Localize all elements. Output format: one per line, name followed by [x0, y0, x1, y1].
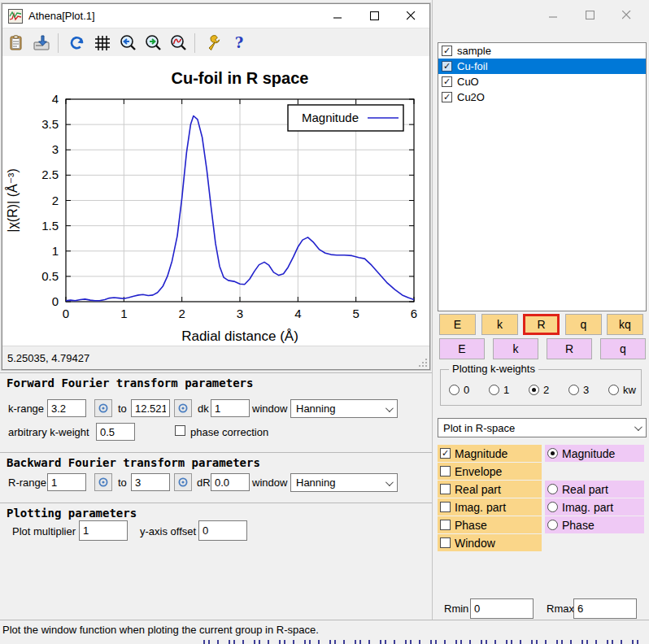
help-icon[interactable]: ?	[228, 32, 250, 54]
group-checkbox[interactable]: ✓	[442, 76, 452, 87]
checkbox-icon[interactable]	[440, 502, 451, 512]
group-list-item[interactable]: ✓CuO	[438, 74, 646, 89]
k-max-input[interactable]	[131, 399, 170, 417]
checkbox-icon[interactable]	[440, 484, 451, 494]
plot-window-title: Athena[Plot.1]	[28, 10, 95, 22]
plot-marked-q-button[interactable]: q	[600, 338, 646, 359]
panel-divider	[432, 0, 433, 620]
kweight-option-0[interactable]: 0	[449, 384, 469, 396]
group-checkbox[interactable]: ✓	[442, 92, 452, 102]
checkbox-icon[interactable]: ✓	[440, 448, 451, 459]
minimize-icon[interactable]	[535, 3, 572, 27]
plot-k-button[interactable]: k	[481, 314, 518, 335]
phase-correction-label: phase correction	[190, 426, 268, 438]
plot-window-titlebar[interactable]: Athena[Plot.1]	[2, 4, 429, 28]
y-tick-label: 3	[52, 142, 59, 156]
k-weight-input[interactable]	[96, 423, 135, 441]
group-list-item[interactable]: ✓Cu-foil	[438, 59, 646, 74]
checkbox-icon[interactable]	[440, 537, 451, 548]
plot-R-button[interactable]: R	[523, 314, 560, 335]
checkbox-icon[interactable]	[440, 520, 451, 530]
group-checkbox[interactable]: ✓	[442, 61, 452, 72]
radio-icon[interactable]	[547, 502, 558, 512]
replot-icon[interactable]	[66, 32, 89, 54]
rmax-input[interactable]	[573, 598, 637, 619]
pluck-icon[interactable]	[174, 399, 192, 417]
r-min-input[interactable]	[47, 473, 86, 491]
minimize-icon[interactable]	[320, 4, 356, 28]
radio-magnitude[interactable]: Magnitude	[545, 445, 644, 462]
resize-grip[interactable]	[418, 358, 428, 368]
radio-icon[interactable]	[547, 484, 558, 494]
pluck-icon[interactable]	[94, 399, 112, 417]
check-magnitude[interactable]: ✓Magnitude	[438, 445, 542, 462]
athena-app: ✓sample✓Cu-foil✓CuO✓Cu2O EkRqkq EkRq Plo…	[0, 0, 649, 644]
option-label: Imag. part	[455, 501, 506, 514]
plot-multiplier-input[interactable]	[79, 520, 128, 541]
plot-space-select[interactable]: Plot in R-space	[438, 418, 647, 437]
checkbox-icon[interactable]	[440, 466, 451, 476]
check-imag-part[interactable]: Imag. part	[438, 498, 542, 516]
pluck-icon[interactable]	[94, 473, 112, 491]
group-list: ✓sample✓Cu-foil✓CuO✓Cu2O	[438, 42, 647, 311]
check-phase[interactable]: Phase	[438, 516, 542, 533]
radio-icon[interactable]	[547, 520, 558, 530]
r-max-input[interactable]	[131, 473, 170, 491]
plot-marked-R-button[interactable]: R	[547, 338, 592, 359]
kweight-option-2[interactable]: 2	[529, 384, 549, 396]
radio-icon[interactable]	[489, 385, 499, 395]
zoom-in-icon[interactable]	[142, 32, 164, 54]
plot-kq-button[interactable]: kq	[607, 314, 643, 335]
check-envelope[interactable]: Envelope	[438, 463, 542, 480]
group-checkbox[interactable]: ✓	[442, 46, 452, 56]
close-icon[interactable]	[393, 4, 429, 28]
radio-real-part[interactable]: Real part	[545, 481, 644, 498]
y-axis-offset-input[interactable]	[198, 520, 247, 541]
plot-q-button[interactable]: q	[565, 314, 602, 335]
settings-wrench-icon[interactable]	[203, 32, 225, 54]
radio-icon[interactable]	[547, 448, 558, 459]
group-list-item[interactable]: ✓sample	[438, 43, 646, 59]
option-label: Magnitude	[455, 447, 507, 460]
zoom-region-icon[interactable]	[167, 32, 189, 54]
radio-phase[interactable]: Phase	[545, 516, 644, 533]
option-label: Phase	[562, 519, 595, 532]
close-icon[interactable]	[608, 3, 645, 27]
radio-imag-part[interactable]: Imag. part	[545, 498, 644, 516]
grid-icon[interactable]	[91, 32, 114, 54]
plot-E-button[interactable]: E	[439, 314, 476, 335]
rmin-input[interactable]	[470, 598, 534, 619]
r-space-chart[interactable]: 012345600.511.522.533.54Cu-foil in R spa…	[2, 56, 429, 347]
group-list-item[interactable]: ✓Cu2O	[438, 89, 646, 105]
chevron-down-icon	[385, 404, 394, 412]
kweight-option-3[interactable]: 3	[568, 384, 589, 396]
maximize-icon[interactable]	[572, 3, 608, 27]
radio-icon[interactable]	[529, 385, 539, 395]
plot-canvas[interactable]: 012345600.511.522.533.54Cu-foil in R spa…	[2, 56, 429, 347]
pluck-icon[interactable]	[174, 473, 192, 491]
k-min-input[interactable]	[47, 399, 86, 417]
kweight-option-kw[interactable]: kw	[608, 384, 636, 396]
y-tick-label: 0	[52, 294, 59, 308]
zoom-out-icon[interactable]	[116, 32, 139, 54]
dk-input[interactable]	[211, 399, 250, 417]
dr-input[interactable]	[211, 473, 250, 491]
chevron-down-icon	[634, 423, 642, 431]
copy-plot-icon[interactable]	[5, 32, 28, 54]
radio-icon[interactable]	[568, 385, 579, 395]
backward-ft-heading: Backward Fourier transform parameters	[7, 456, 260, 469]
radio-icon[interactable]	[449, 385, 460, 395]
radio-icon[interactable]	[608, 385, 619, 395]
r-range-label: R-range	[8, 476, 46, 489]
bwd-window-select[interactable]: Hanning	[290, 473, 398, 492]
save-image-icon[interactable]	[30, 32, 53, 54]
check-window[interactable]: Window	[438, 534, 542, 551]
check-real-part[interactable]: Real part	[438, 481, 542, 498]
fwd-window-select[interactable]: Hanning	[290, 399, 398, 418]
plot-marked-k-button[interactable]: k	[493, 338, 538, 359]
maximize-icon[interactable]	[356, 4, 393, 28]
plot-marked-E-button[interactable]: E	[439, 338, 485, 359]
kweight-option-1[interactable]: 1	[489, 384, 509, 396]
phase-correction-checkbox[interactable]	[175, 425, 185, 436]
group-label: CuO	[457, 76, 479, 88]
